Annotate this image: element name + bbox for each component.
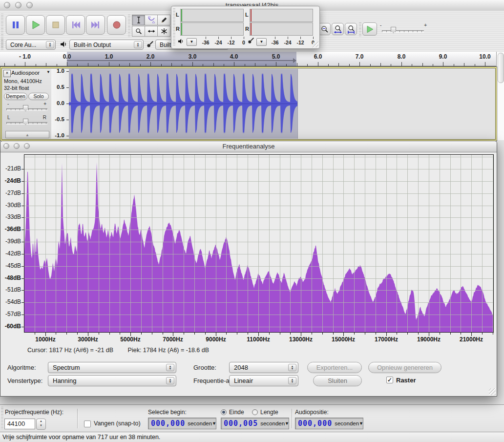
playback-speed-slider[interactable]: - + bbox=[380, 21, 427, 38]
fit-project-button[interactable] bbox=[332, 23, 344, 35]
ruler-tick bbox=[161, 64, 162, 66]
skip-to-start-button[interactable] bbox=[66, 15, 85, 35]
zoom-tool-button[interactable] bbox=[132, 26, 145, 37]
selection-start-digits[interactable]: 000,000 bbox=[148, 419, 185, 428]
stop-button[interactable] bbox=[46, 15, 65, 35]
output-device-select[interactable]: Built-in Output ▲▼ bbox=[69, 40, 144, 50]
selection-end-time[interactable]: 000,005 seconden ▼ bbox=[221, 418, 289, 429]
track-collapse-button[interactable]: ▲ bbox=[5, 131, 49, 138]
host-select-stepper[interactable]: ▲▼ bbox=[46, 41, 54, 48]
play-button[interactable] bbox=[26, 15, 45, 35]
time-format-dropdown-icon[interactable]: ▼ bbox=[212, 421, 216, 426]
meter-window-grip[interactable] bbox=[173, 8, 175, 46]
project-rate-input[interactable]: 44100 bbox=[4, 419, 35, 429]
meter-scale-tick bbox=[218, 37, 219, 39]
size-value: 2048 bbox=[234, 364, 248, 371]
meter-scale-tick bbox=[288, 37, 288, 39]
window-type-select[interactable]: Hanning ▲▼ bbox=[48, 375, 176, 386]
spectrum-y-label: -21dB bbox=[0, 165, 21, 172]
audio-position-time[interactable]: 000,000 seconden ▼ bbox=[295, 418, 363, 429]
spectrum-x-label: 15000Hz bbox=[324, 336, 363, 343]
host-select[interactable]: Core Au... ▲▼ bbox=[6, 40, 56, 50]
freq-window-titlebar[interactable]: Frequentieanalyse bbox=[0, 141, 497, 152]
vertical-scrollbar[interactable] bbox=[496, 52, 504, 140]
project-rate-stepper[interactable]: ▲▼ bbox=[36, 419, 46, 430]
play-meter-dropdown[interactable]: ▼ bbox=[187, 38, 197, 46]
algorithm-stepper[interactable]: ▲▼ bbox=[166, 364, 174, 371]
play-meter-left-bar[interactable] bbox=[180, 9, 244, 22]
pause-button[interactable] bbox=[6, 15, 25, 35]
meter-scale-number: -24 bbox=[282, 40, 293, 45]
waveform-view[interactable] bbox=[69, 69, 494, 139]
regenerate-button[interactable]: Opnieuw genereren bbox=[368, 362, 441, 373]
ruler-tick bbox=[391, 64, 391, 66]
meter-scale-number: -12 bbox=[295, 40, 306, 45]
envelope-tool-button[interactable] bbox=[145, 15, 158, 25]
spectrum-plot[interactable] bbox=[24, 154, 494, 340]
ruler-tick bbox=[213, 63, 214, 66]
timeline-ruler[interactable]: - 1.00.01.02.03.04.05.06.07.08.09.010.0 bbox=[0, 52, 496, 66]
play-meter-right-bar[interactable] bbox=[180, 22, 244, 36]
skip-to-end-button[interactable] bbox=[86, 15, 105, 35]
track-name: Audiospoor bbox=[11, 70, 40, 76]
selection-start-time[interactable]: 000,000 seconden ▼ bbox=[148, 418, 216, 429]
selection-end-digits[interactable]: 000,005 bbox=[221, 419, 258, 428]
time-format-dropdown-icon[interactable]: ▼ bbox=[359, 421, 363, 426]
play-at-speed-button[interactable] bbox=[362, 22, 377, 36]
spectrum-x-label: 11000Hz bbox=[239, 336, 278, 343]
window-type-stepper[interactable]: ▲▼ bbox=[166, 377, 174, 384]
end-radio-label[interactable]: Einde bbox=[229, 409, 244, 416]
ruler-tick bbox=[15, 64, 15, 66]
ruler-label: 2.0 bbox=[139, 53, 162, 60]
solo-button[interactable]: Solo bbox=[28, 93, 49, 100]
speed-minus-label: - bbox=[380, 22, 381, 28]
size-stepper[interactable]: ▲▼ bbox=[288, 364, 296, 371]
audio-position-digits[interactable]: 000,000 bbox=[295, 419, 332, 428]
rec-meter-dropdown[interactable]: ▼ bbox=[256, 38, 267, 46]
transcription-toolbar-grip[interactable] bbox=[359, 22, 361, 36]
track-close-button[interactable]: × bbox=[3, 70, 11, 77]
selection-tool-button[interactable] bbox=[132, 15, 145, 25]
record-button[interactable] bbox=[107, 15, 126, 35]
fit-selection-button[interactable] bbox=[345, 23, 357, 35]
export-button[interactable]: Exporteren... bbox=[307, 362, 362, 373]
axis-select[interactable]: Lineair ▲▼ bbox=[229, 375, 298, 386]
rec-meter-right-bar[interactable] bbox=[250, 22, 313, 36]
length-radio[interactable] bbox=[252, 409, 258, 415]
algorithm-select[interactable]: Spectrum ▲▼ bbox=[48, 362, 176, 373]
tools-toolbar-grip[interactable] bbox=[128, 15, 130, 38]
selection-toolbar-grip[interactable] bbox=[1, 407, 3, 430]
audio-track[interactable]: × Audiospoor ▼ Mono, 44100Hz 32-bit floa… bbox=[0, 66, 497, 141]
mute-button[interactable]: Dempen bbox=[4, 93, 27, 100]
resize-grip[interactable] bbox=[313, 42, 318, 47]
end-radio[interactable] bbox=[221, 409, 227, 415]
scrollbar-thumb[interactable] bbox=[498, 53, 504, 83]
grid-checkbox[interactable]: ✓ bbox=[386, 377, 393, 383]
gain-plus-label: + bbox=[43, 101, 46, 106]
length-radio-label[interactable]: Lengte bbox=[260, 409, 278, 416]
ruler-tick bbox=[328, 64, 329, 66]
draw-tool-button[interactable] bbox=[157, 15, 170, 25]
size-label: Grootte: bbox=[193, 364, 216, 371]
speed-slider-track[interactable] bbox=[382, 30, 424, 33]
snap-to-checkbox[interactable] bbox=[84, 421, 91, 427]
rec-meter-left-bar[interactable] bbox=[250, 9, 313, 22]
track-vertical-ruler[interactable]: 1.00.50.0-0.5-1.0 bbox=[51, 69, 69, 139]
output-device-stepper[interactable]: ▲▼ bbox=[134, 41, 142, 48]
track-title-menu[interactable]: Audiospoor ▼ bbox=[11, 70, 50, 76]
axis-stepper[interactable]: ▲▼ bbox=[288, 377, 296, 384]
device-toolbar-grip[interactable] bbox=[1, 39, 3, 50]
waveform-svg[interactable] bbox=[69, 69, 494, 139]
zoom-out-button[interactable] bbox=[318, 23, 331, 35]
time-shift-tool-button[interactable] bbox=[145, 26, 158, 37]
size-select[interactable]: 2048 ▲▼ bbox=[229, 362, 298, 373]
close-button[interactable]: Sluiten bbox=[313, 375, 362, 386]
time-format-dropdown-icon[interactable]: ▼ bbox=[285, 421, 289, 426]
resize-grip[interactable] bbox=[489, 388, 496, 395]
track-control-panel[interactable]: × Audiospoor ▼ Mono, 44100Hz 32-bit floa… bbox=[2, 69, 52, 139]
multi-tool-button[interactable] bbox=[157, 26, 170, 37]
axis-value: Lineair bbox=[234, 377, 253, 384]
grid-checkbox-label[interactable]: Raster bbox=[396, 377, 416, 384]
close-label: Sluiten bbox=[328, 377, 347, 384]
quick-play-region[interactable] bbox=[67, 60, 294, 61]
